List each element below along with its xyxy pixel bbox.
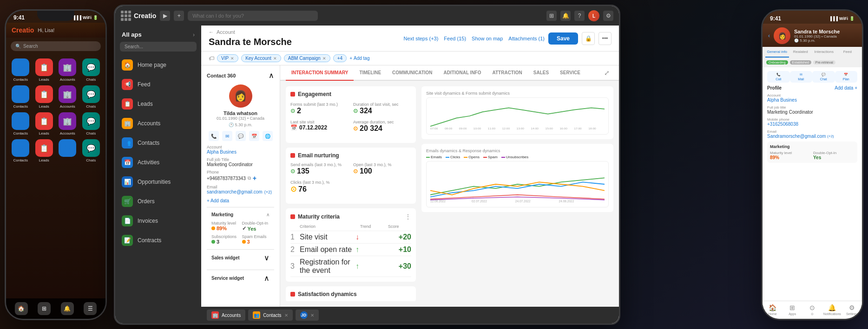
add-phone-icon[interactable]: + bbox=[253, 174, 256, 182]
collapse-icon[interactable]: ∨ bbox=[264, 253, 270, 262]
tab-additional-info[interactable]: ADITIONAL INFO bbox=[438, 65, 487, 81]
more-icon[interactable]: ⋮ bbox=[405, 213, 411, 220]
list-item[interactable]: 🏢 Accounts bbox=[58, 58, 78, 82]
avatar[interactable]: L bbox=[588, 10, 599, 21]
list-item[interactable]: 👤 bbox=[58, 139, 78, 162]
rp-nav-home[interactable]: 🏠 Home bbox=[763, 303, 783, 317]
sidebar-search[interactable]: Search... bbox=[120, 42, 197, 52]
more-options-icon[interactable]: ••• bbox=[598, 32, 612, 45]
sidebar-item-opportunities[interactable]: 📊 Opportunities bbox=[115, 172, 201, 192]
back-arrow-icon[interactable]: ‹ bbox=[768, 32, 770, 39]
sidebar-item-feed[interactable]: 📢 Feed bbox=[115, 75, 201, 94]
tab-general-info[interactable]: General info bbox=[765, 47, 789, 58]
attachments-link[interactable]: Attachments (1) bbox=[508, 36, 545, 41]
expand-icon[interactable]: ⤢ bbox=[600, 69, 613, 77]
sidebar-item-leads[interactable]: 📋 Leads bbox=[115, 94, 201, 114]
network-button[interactable]: 🌐 bbox=[263, 131, 273, 141]
rp-account-value[interactable]: Alpha Busines bbox=[767, 97, 857, 103]
help-icon[interactable]: ? bbox=[574, 11, 585, 21]
sidebar-item-invoices[interactable]: 📄 Invoices bbox=[115, 211, 201, 231]
phone-search[interactable]: 🔍 Search bbox=[11, 41, 101, 51]
rp-nav-apps[interactable]: ⊞ Apps bbox=[783, 303, 802, 317]
add-data-button[interactable]: + Add data bbox=[207, 198, 274, 203]
show-on-map-link[interactable]: Show on map bbox=[472, 36, 503, 41]
save-button[interactable]: Save bbox=[548, 32, 578, 45]
tab-interactions[interactable]: Interactions bbox=[812, 47, 836, 58]
sidebar-item-homepage[interactable]: 🏠 Home page bbox=[115, 55, 201, 75]
list-item[interactable]: 💬 Chats bbox=[81, 139, 101, 162]
collapse-icon[interactable]: ∧ bbox=[264, 274, 270, 283]
sidebar-item-contacts[interactable]: 👥 Contacts bbox=[115, 133, 201, 153]
play-icon[interactable]: ▶ bbox=[160, 11, 170, 21]
plus-icon[interactable]: + bbox=[174, 11, 184, 21]
list-item[interactable]: 👤 Contacts bbox=[11, 58, 31, 82]
taskbar-user[interactable]: JD ✕ bbox=[296, 310, 319, 321]
list-item[interactable]: 🏢 Accounts bbox=[58, 112, 78, 135]
rp-call-button[interactable]: 📞 Call bbox=[767, 71, 790, 83]
rp-plan-button[interactable]: 📅 Plan bbox=[835, 71, 858, 83]
lock-icon[interactable]: 🔒 bbox=[582, 32, 595, 45]
tag-abm-campaign[interactable]: ABM Campaign ✕ bbox=[284, 54, 330, 62]
list-item[interactable]: 📋 Leads bbox=[34, 139, 54, 162]
rp-email-value[interactable]: Sandramorsche@gmail.com bbox=[767, 134, 826, 139]
list-item[interactable]: 💬 Chats bbox=[81, 58, 101, 82]
tag-vip[interactable]: VIP ✕ bbox=[217, 54, 238, 62]
tab-feed[interactable]: Feed bbox=[836, 47, 860, 58]
tab-interaction-summary[interactable]: INTERACTION SUMMARY bbox=[286, 65, 354, 81]
taskbar-contacts[interactable]: 👥 Contacts ✕ bbox=[248, 310, 292, 321]
home-icon[interactable]: 🏠 bbox=[15, 302, 28, 315]
list-item[interactable]: 📋 Leads bbox=[34, 112, 54, 135]
apps-icon[interactable]: ⊞ bbox=[38, 302, 51, 315]
taskbar-accounts[interactable]: 🏢 Accounts bbox=[207, 310, 245, 321]
copy-icon[interactable]: ⧉ bbox=[248, 175, 251, 181]
tab-sales[interactable]: SALES bbox=[528, 65, 554, 81]
list-item[interactable]: 👤 Contacts bbox=[11, 85, 31, 109]
bell-icon[interactable]: 🔔 bbox=[61, 302, 74, 315]
menu-icon[interactable]: ☰ bbox=[84, 302, 97, 315]
rp-chat-button[interactable]: 💬 Chat bbox=[812, 71, 835, 83]
list-item[interactable]: 📋 Leads bbox=[34, 58, 54, 82]
tab-attraction[interactable]: ATTRACTION bbox=[487, 65, 528, 81]
list-item[interactable]: 📋 Leads bbox=[34, 85, 54, 109]
tab-service[interactable]: SERVICE bbox=[554, 65, 586, 81]
rp-nav-settings[interactable]: ⚙ Settings bbox=[842, 303, 862, 317]
tab-related[interactable]: Realated bbox=[789, 47, 813, 58]
tag-remove-icon[interactable]: ✕ bbox=[230, 56, 234, 61]
email-value[interactable]: sandramorche@gmail.com bbox=[207, 189, 263, 194]
bell-icon[interactable]: 🔔 bbox=[560, 11, 571, 21]
sidebar-item-orders[interactable]: 🛒 Orders bbox=[115, 192, 201, 211]
rp-mail-button[interactable]: ✉ Mail bbox=[790, 71, 813, 83]
list-item[interactable]: 🏢 Accounts bbox=[58, 85, 78, 109]
back-arrow-icon[interactable]: ← bbox=[209, 29, 214, 35]
list-item[interactable]: 💬 Chats bbox=[81, 85, 101, 109]
list-item[interactable]: 👤 Contacts bbox=[11, 112, 31, 135]
sidebar-item-contracts[interactable]: 📝 Contracts bbox=[115, 231, 201, 250]
sidebar-item-accounts[interactable]: 🏢 Accounts bbox=[115, 114, 201, 133]
tab-communication[interactable]: COMMUNICATION bbox=[387, 65, 438, 81]
chat-button[interactable]: 💬 bbox=[236, 131, 246, 141]
tag-more[interactable]: +4 bbox=[333, 54, 347, 62]
email-extra[interactable]: (+2) bbox=[264, 190, 272, 194]
call-button[interactable]: 📞 bbox=[209, 131, 219, 141]
collapse-icon[interactable]: ∧ bbox=[269, 71, 274, 80]
close-icon[interactable]: ✕ bbox=[310, 313, 314, 318]
rp-phone-value[interactable]: +31625068038 bbox=[767, 122, 857, 127]
apps-grid-icon[interactable]: ⊞ bbox=[546, 11, 557, 21]
list-item[interactable]: 💬 Chats bbox=[81, 112, 101, 135]
tag-remove-icon[interactable]: ✕ bbox=[273, 56, 277, 61]
settings-icon[interactable]: ⚙ bbox=[603, 11, 613, 21]
search-input[interactable] bbox=[188, 11, 318, 21]
rp-nav-center[interactable]: ⊙ ⊙ bbox=[802, 303, 822, 317]
account-value[interactable]: Alpha Busines bbox=[207, 149, 274, 155]
mail-button[interactable]: ✉ bbox=[222, 131, 232, 141]
marketing-collapse-icon[interactable]: ∧ bbox=[266, 212, 270, 217]
feed-link[interactable]: Feed (15) bbox=[444, 36, 466, 41]
add-data-button[interactable]: Add data + bbox=[835, 85, 857, 90]
list-item[interactable]: 👤 Contacts bbox=[11, 139, 31, 162]
tag-key-account[interactable]: Key Account ✕ bbox=[241, 54, 281, 62]
plan-button[interactable]: 📅 bbox=[249, 131, 259, 141]
add-tag-button[interactable]: + Add tag bbox=[349, 56, 369, 61]
close-icon[interactable]: ✕ bbox=[284, 313, 288, 318]
tab-timeline[interactable]: TIMELINE bbox=[354, 65, 387, 81]
sidebar-item-activities[interactable]: 📅 Activities bbox=[115, 153, 201, 172]
